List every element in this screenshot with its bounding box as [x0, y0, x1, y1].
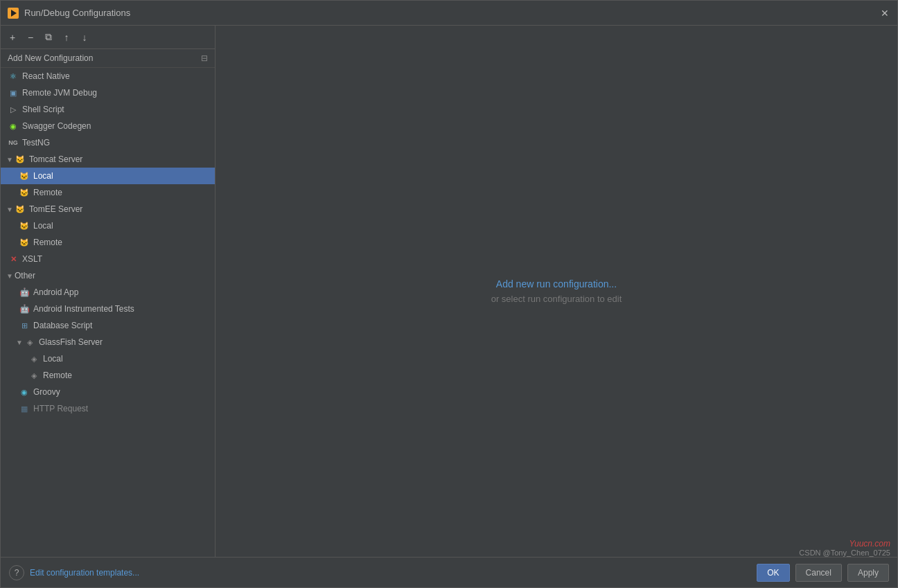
cancel-button[interactable]: Cancel: [795, 564, 842, 582]
center-message: Add new run configuration... or select r…: [491, 278, 622, 304]
watermark-text: Yuucn.com: [849, 539, 890, 549]
swagger-icon: ◉: [8, 121, 19, 132]
tree-item-glassfish[interactable]: ▼ ◈ GlassFish Server: [1, 334, 215, 350]
database-script-icon: ⊞: [19, 320, 30, 331]
database-script-label: Database Script: [33, 321, 92, 330]
select-config-text: or select run configuration to edit: [491, 294, 622, 304]
dialog-title: Run/Debug Configurations: [24, 8, 874, 18]
glassfish-remote-icon: ◈: [28, 370, 39, 381]
glassfish-toggle-icon: ▼: [15, 337, 24, 347]
http-request-icon: ▦: [19, 403, 30, 414]
add-run-config-link[interactable]: Add new run configuration...: [491, 278, 622, 289]
tree-item-tomcat-server[interactable]: ▼ 🐱 Tomcat Server: [1, 151, 215, 168]
remote-jvm-label: Remote JVM Debug: [22, 88, 97, 98]
move-down-button[interactable]: ↓: [77, 30, 92, 45]
help-button[interactable]: ?: [9, 565, 24, 580]
react-native-icon: ⚛: [8, 71, 19, 82]
other-label: Other: [15, 271, 35, 280]
right-panel: Add new run configuration... or select r…: [215, 26, 897, 557]
tomee-remote-icon: 🐱: [19, 237, 30, 248]
bottom-left: ? Edit configuration templates...: [9, 565, 139, 580]
remove-config-button[interactable]: −: [23, 30, 38, 45]
tomee-icon: 🐱: [15, 204, 26, 215]
tomcat-local-icon: 🐱: [19, 170, 30, 181]
shell-script-label: Shell Script: [22, 105, 64, 114]
tree-item-tomee-server[interactable]: ▼ 🐱 TomEE Server: [1, 201, 215, 217]
android-tests-label: Android Instrumented Tests: [33, 304, 134, 314]
tree-item-react-native[interactable]: ⚛ React Native: [1, 68, 215, 84]
groovy-icon: ◉: [19, 386, 30, 398]
tree-item-swagger[interactable]: ◉ Swagger Codegen: [1, 118, 215, 134]
tree-item-android-tests[interactable]: 🤖 Android Instrumented Tests: [1, 301, 215, 317]
swagger-label: Swagger Codegen: [22, 121, 91, 131]
react-native-label: React Native: [22, 71, 70, 81]
run-debug-configurations-dialog: Run/Debug Configurations ✕ + − ⧉ ↑ ↓ Add…: [0, 0, 898, 588]
tree-item-android-app[interactable]: 🤖 Android App: [1, 284, 215, 301]
dialog-icon: [8, 8, 19, 19]
tree-item-tomee-remote[interactable]: 🐱 Remote: [1, 234, 215, 251]
bottom-right: OK Cancel Apply: [757, 564, 889, 582]
tomee-remote-label: Remote: [33, 238, 62, 247]
move-up-button[interactable]: ↑: [59, 30, 74, 45]
tomee-local-icon: 🐱: [19, 220, 30, 231]
dialog-body: + − ⧉ ↑ ↓ Add New Configuration ⊟ ⚛ Reac…: [1, 26, 897, 557]
bottom-bar: ? Edit configuration templates... OK Can…: [1, 557, 897, 587]
tomee-server-label: TomEE Server: [29, 204, 82, 214]
glassfish-label: GlassFish Server: [39, 337, 103, 347]
copy-config-button[interactable]: ⧉: [41, 30, 56, 45]
tomcat-toggle-icon: ▼: [5, 154, 15, 164]
tomee-local-label: Local: [33, 221, 53, 231]
shell-script-icon: ▷: [8, 104, 19, 115]
apply-button[interactable]: Apply: [847, 564, 889, 582]
tree-header: Add New Configuration ⊟: [1, 49, 215, 68]
other-toggle-icon: ▼: [5, 271, 15, 280]
android-app-label: Android App: [33, 287, 78, 297]
left-panel: + − ⧉ ↑ ↓ Add New Configuration ⊟ ⚛ Reac…: [1, 26, 215, 557]
title-bar: Run/Debug Configurations ✕: [1, 1, 897, 26]
tree-item-xslt[interactable]: ✕ XSLT: [1, 251, 215, 267]
tree-item-glassfish-local[interactable]: ◈ Local: [1, 350, 215, 367]
tomcat-icon: 🐱: [15, 154, 26, 165]
android-tests-icon: 🤖: [19, 303, 30, 314]
tree-item-groovy[interactable]: ◉ Groovy: [1, 384, 215, 400]
close-button[interactable]: ✕: [879, 8, 890, 19]
csdn-credit: CSDN @Tony_Chen_0725: [799, 549, 890, 557]
tomcat-remote-label: Remote: [33, 188, 62, 197]
tomee-toggle-icon: ▼: [5, 204, 15, 214]
tree-item-glassfish-remote[interactable]: ◈ Remote: [1, 367, 215, 384]
xslt-icon: ✕: [8, 253, 19, 265]
tree-item-http-request[interactable]: ▦ HTTP Request: [1, 400, 215, 417]
glassfish-local-label: Local: [43, 354, 63, 364]
glassfish-icon: ◈: [24, 337, 35, 348]
glassfish-remote-label: Remote: [43, 371, 72, 380]
android-app-icon: 🤖: [19, 287, 30, 298]
remote-jvm-icon: ▣: [8, 87, 19, 98]
ok-button[interactable]: OK: [757, 564, 789, 582]
tree-item-shell-script[interactable]: ▷ Shell Script: [1, 101, 215, 118]
tree-container[interactable]: ⚛ React Native ▣ Remote JVM Debug ▷ Shel…: [1, 68, 215, 557]
tree-toolbar: + − ⧉ ↑ ↓: [1, 26, 215, 49]
tomcat-server-label: Tomcat Server: [29, 154, 82, 164]
http-request-label: HTTP Request: [33, 404, 88, 413]
tomcat-local-label: Local: [33, 171, 53, 181]
groovy-label: Groovy: [33, 387, 60, 397]
tree-header-label: Add New Configuration: [8, 53, 93, 63]
tree-item-tomcat-local[interactable]: 🐱 Local: [1, 168, 215, 184]
edit-templates-link[interactable]: Edit configuration templates...: [30, 568, 139, 578]
testng-icon: NG: [8, 137, 19, 148]
testng-label: TestNG: [22, 138, 50, 148]
tree-item-tomee-local[interactable]: 🐱 Local: [1, 217, 215, 234]
tomcat-remote-icon: 🐱: [19, 187, 30, 198]
add-config-button[interactable]: +: [5, 30, 20, 45]
tree-item-database-script[interactable]: ⊞ Database Script: [1, 317, 215, 334]
tree-item-testng[interactable]: NG TestNG: [1, 134, 215, 151]
xslt-label: XSLT: [22, 254, 42, 264]
tree-item-other[interactable]: ▼ Other: [1, 267, 215, 284]
collapse-all-icon[interactable]: ⊟: [201, 53, 208, 63]
tree-item-tomcat-remote[interactable]: 🐱 Remote: [1, 184, 215, 201]
tree-item-remote-jvm[interactable]: ▣ Remote JVM Debug: [1, 84, 215, 101]
glassfish-local-icon: ◈: [28, 353, 39, 364]
